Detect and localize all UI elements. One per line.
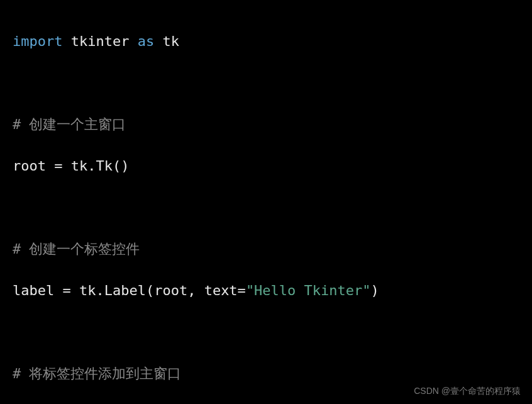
comment-text: # 将标签控件添加到主窗口 [13, 366, 182, 381]
statement: root = tk.Tk() [13, 158, 129, 174]
code-line: # 创建一个标签控件 [13, 238, 519, 259]
comment-text: # 创建一个标签控件 [13, 241, 140, 257]
statement-part: ) [371, 283, 379, 298]
code-line: root = tk.Tk() [13, 155, 519, 176]
statement-part: label = tk.Label(root, text= [13, 283, 246, 298]
keyword-as: as [138, 33, 155, 49]
code-line: label = tk.Label(root, text="Hello Tkint… [13, 280, 519, 301]
code-line: # 将标签控件添加到主窗口 [13, 363, 519, 384]
blank-line [13, 322, 519, 342]
alias-name: tk [154, 33, 179, 49]
keyword-import: import [13, 33, 62, 49]
code-snippet: import tkinter as tk # 创建一个主窗口 root = tk… [13, 10, 519, 404]
module-name: tkinter [62, 33, 137, 49]
comment-text: # 创建一个主窗口 [13, 116, 126, 132]
code-line: import tkinter as tk [13, 31, 519, 52]
watermark-text: CSDN @壹个命苦的程序猿 [414, 384, 521, 398]
string-literal: "Hello Tkinter" [246, 283, 371, 298]
code-line: # 创建一个主窗口 [13, 114, 519, 135]
blank-line [13, 72, 519, 93]
blank-line [13, 197, 519, 218]
